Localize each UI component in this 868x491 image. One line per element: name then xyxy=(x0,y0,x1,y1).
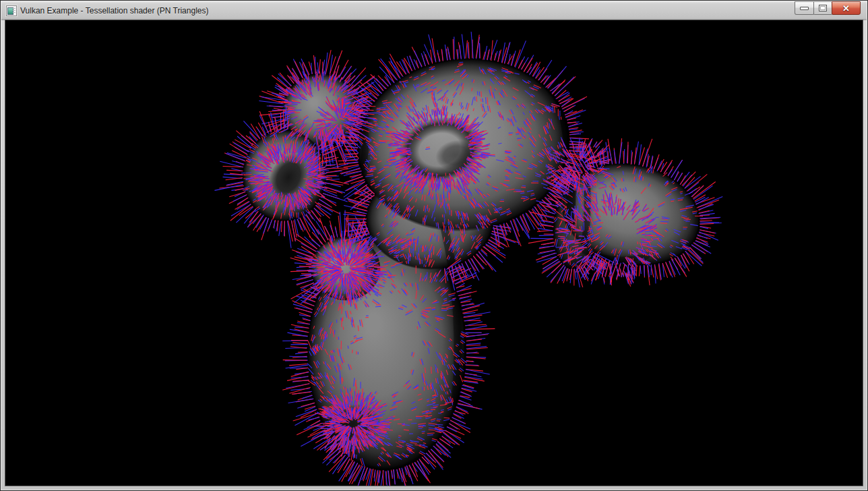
application-icon[interactable] xyxy=(6,5,17,16)
app-window: Vulkan Example - Tessellation shader (PN… xyxy=(0,0,868,491)
close-icon: ✕ xyxy=(832,2,860,14)
titlebar[interactable]: Vulkan Example - Tessellation shader (PN… xyxy=(1,1,867,20)
minimize-icon xyxy=(800,7,809,10)
minimize-button[interactable] xyxy=(795,1,814,15)
window-controls: ✕ xyxy=(795,1,861,15)
maximize-button[interactable] xyxy=(813,1,832,15)
vulkan-render-canvas[interactable] xyxy=(5,20,863,486)
window-title: Vulkan Example - Tessellation shader (PN… xyxy=(20,6,208,16)
maximize-icon xyxy=(819,5,827,11)
close-button[interactable]: ✕ xyxy=(832,1,861,15)
render-viewport xyxy=(5,20,863,486)
